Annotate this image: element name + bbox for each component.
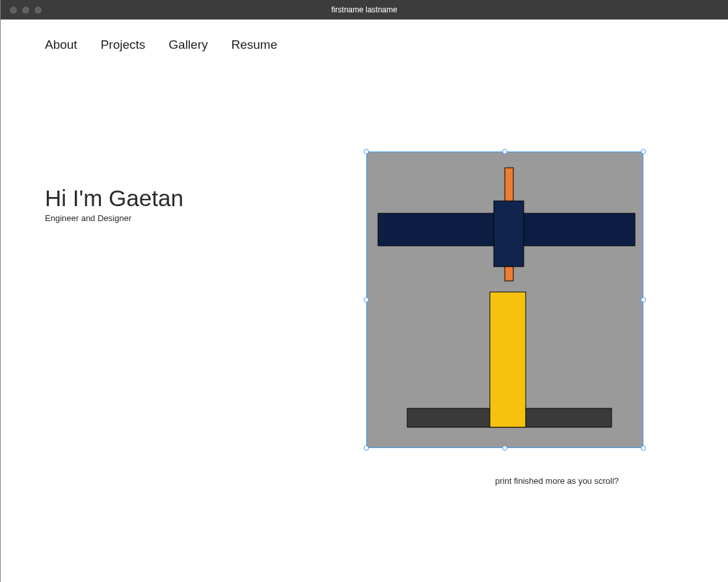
selection-handle-top-center[interactable] bbox=[502, 149, 507, 154]
selection-handle-bottom-center[interactable] bbox=[502, 445, 507, 451]
app-window: firstname lastname About Projects Galler… bbox=[0, 0, 728, 582]
printer-svg-icon bbox=[366, 152, 643, 448]
selection-handle-bottom-right[interactable] bbox=[641, 445, 646, 451]
hero-subheading: Engineer and Designer bbox=[45, 213, 131, 223]
minimize-icon[interactable] bbox=[22, 7, 29, 14]
nav-projects[interactable]: Projects bbox=[101, 38, 146, 52]
zoom-icon[interactable] bbox=[34, 7, 42, 14]
hero-heading: Hi I'm Gaetan bbox=[45, 185, 183, 211]
svg-rect-1 bbox=[505, 168, 513, 202]
illustration-caption: print finished more as you scroll? bbox=[495, 476, 619, 486]
close-icon[interactable] bbox=[10, 7, 17, 14]
selection-handle-middle-left[interactable] bbox=[364, 297, 369, 302]
printer-illustration[interactable] bbox=[366, 152, 643, 448]
nav-resume[interactable]: Resume bbox=[231, 38, 277, 52]
traffic-lights bbox=[1, 7, 42, 14]
svg-rect-4 bbox=[505, 267, 513, 281]
window-title: firstname lastname bbox=[1, 5, 728, 14]
svg-rect-3 bbox=[494, 201, 524, 267]
nav-gallery[interactable]: Gallery bbox=[169, 38, 208, 52]
selection-handle-bottom-left[interactable] bbox=[364, 445, 369, 451]
selection-handle-top-left[interactable] bbox=[364, 149, 369, 154]
nav-about[interactable]: About bbox=[45, 38, 77, 52]
svg-rect-6 bbox=[490, 292, 526, 427]
primary-nav: About Projects Gallery Resume bbox=[45, 38, 277, 52]
titlebar: firstname lastname bbox=[1, 0, 728, 20]
selection-handle-middle-right[interactable] bbox=[641, 297, 646, 302]
canvas-area[interactable]: About Projects Gallery Resume Hi I'm Gae… bbox=[1, 20, 728, 582]
selection-handle-top-right[interactable] bbox=[641, 149, 646, 154]
